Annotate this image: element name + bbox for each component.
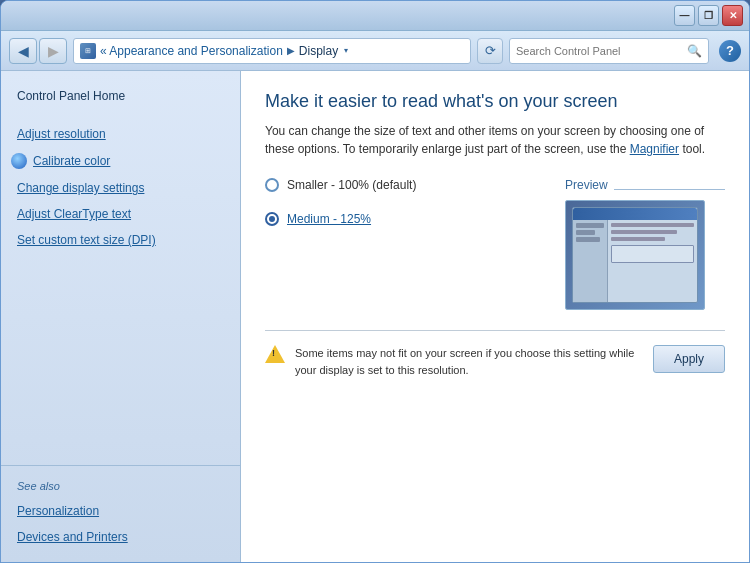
help-button[interactable]: ?: [719, 40, 741, 62]
main-window: — ❐ ✕ ◀ ▶ ⊞ « Appearance and Personaliza…: [0, 0, 750, 563]
option-smaller[interactable]: Smaller - 100% (default): [265, 178, 545, 192]
title-bar: — ❐ ✕: [1, 1, 749, 31]
preview-container: Preview: [565, 178, 725, 310]
breadcrumb-appearance[interactable]: « Appearance and Personalization: [100, 44, 283, 58]
sidebar-item-change-display[interactable]: Change display settings: [1, 175, 240, 201]
sidebar: Control Panel Home Adjust resolution Cal…: [1, 71, 241, 562]
forward-button[interactable]: ▶: [39, 38, 67, 64]
preview-title: Preview: [565, 178, 608, 192]
warning-icon: [265, 345, 285, 365]
main-area: Control Panel Home Adjust resolution Cal…: [1, 71, 749, 562]
search-icon[interactable]: 🔍: [687, 44, 702, 58]
warning-text: Some items may not fit on your screen if…: [295, 345, 643, 378]
sidebar-item-custom-text-size[interactable]: Set custom text size (DPI): [1, 227, 240, 253]
magnifier-link[interactable]: Magnifier: [630, 142, 679, 156]
address-bar: ◀ ▶ ⊞ « Appearance and Personalization ▶…: [1, 31, 749, 71]
sidebar-see-also-section: See also Personalization Devices and Pri…: [1, 465, 240, 550]
calibrate-color-label: Calibrate color: [33, 154, 110, 168]
content-area: Make it easier to read what's on your sc…: [241, 71, 749, 562]
preview-image: [565, 200, 705, 310]
option-medium[interactable]: Medium - 125%: [265, 212, 545, 226]
breadcrumb-bar: ⊞ « Appearance and Personalization ▶ Dis…: [73, 38, 471, 64]
warning-triangle: [265, 345, 285, 363]
maximize-button[interactable]: ❐: [698, 5, 719, 26]
breadcrumb-icon: ⊞: [80, 43, 96, 59]
option-smaller-label: Smaller - 100% (default): [287, 178, 416, 192]
page-title: Make it easier to read what's on your sc…: [265, 91, 725, 112]
breadcrumb-separator: ▶: [287, 45, 295, 56]
page-description: You can change the size of text and othe…: [265, 122, 725, 158]
title-bar-buttons: — ❐ ✕: [674, 5, 743, 26]
refresh-button[interactable]: ⟳: [477, 38, 503, 64]
description-end: tool.: [682, 142, 705, 156]
nav-buttons: ◀ ▶: [9, 38, 67, 64]
breadcrumb-display: Display: [299, 44, 338, 58]
sidebar-personalization[interactable]: Personalization: [1, 498, 240, 524]
option-medium-label[interactable]: Medium - 125%: [287, 212, 371, 226]
sidebar-item-cleartype[interactable]: Adjust ClearType text: [1, 201, 240, 227]
see-also-title: See also: [1, 474, 240, 498]
options-section: Smaller - 100% (default) Medium - 125% P…: [265, 178, 725, 310]
minimize-button[interactable]: —: [674, 5, 695, 26]
close-button[interactable]: ✕: [722, 5, 743, 26]
sidebar-home[interactable]: Control Panel Home: [1, 83, 240, 109]
back-button[interactable]: ◀: [9, 38, 37, 64]
preview-inner: [566, 201, 704, 309]
radio-medium[interactable]: [265, 212, 279, 226]
sidebar-item-adjust-resolution[interactable]: Adjust resolution: [1, 121, 240, 147]
search-box: 🔍: [509, 38, 709, 64]
warning-section: Some items may not fit on your screen if…: [265, 330, 725, 378]
calibrate-color-icon: [11, 153, 27, 169]
breadcrumb-dropdown-arrow[interactable]: ▾: [344, 46, 348, 55]
sidebar-devices-printers[interactable]: Devices and Printers: [1, 524, 240, 550]
radio-smaller[interactable]: [265, 178, 279, 192]
options-list: Smaller - 100% (default) Medium - 125%: [265, 178, 545, 310]
apply-button[interactable]: Apply: [653, 345, 725, 373]
sidebar-item-calibrate-color[interactable]: Calibrate color: [1, 147, 240, 175]
search-input[interactable]: [516, 45, 683, 57]
